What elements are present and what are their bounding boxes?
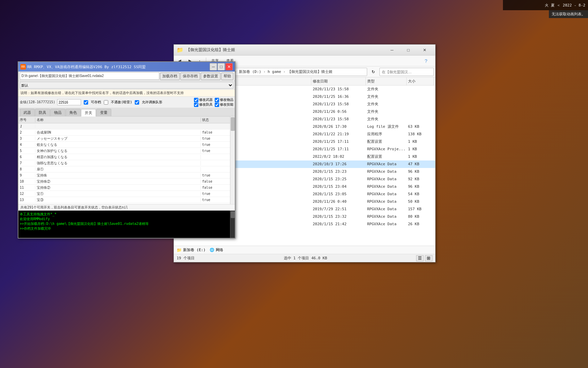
gold-input[interactable] — [57, 99, 81, 105]
explorer-close-button[interactable]: ✕ — [417, 45, 432, 55]
address-bar[interactable]: 此电脑 › 新加卷 (D:) › h game › 【御光盟国汉化组】骑士姬 — [219, 68, 367, 76]
editor-list-row[interactable]: 11 宝持殊② false — [18, 185, 235, 191]
editor-list-row[interactable]: 14 宝④ true — [18, 203, 235, 204]
save-save-button[interactable]: 保存存档 — [180, 73, 200, 80]
can-save-checkbox[interactable] — [84, 100, 88, 105]
editor-list-row[interactable]: 13 宝③ true — [18, 197, 235, 203]
modify-checkboxes-panel2: 修改物品 修改技能 — [215, 97, 233, 107]
editor-list-row[interactable]: 1 — [18, 123, 235, 129]
editor-list-row[interactable]: 10 宝持殊② false — [18, 179, 235, 185]
file-type-cell: 文件夹 — [366, 117, 407, 122]
editor-tab-武器[interactable]: 武器 — [20, 109, 35, 116]
switch-status: false — [201, 131, 235, 134]
file-type-cell: 应用程序 — [366, 132, 407, 137]
log-line: >>存档文件加载完毕 — [20, 226, 233, 231]
explorer-maximize-button[interactable]: □ — [401, 45, 416, 55]
switch-name: 強靱な意思なくなる — [35, 161, 201, 166]
editor-list-row[interactable]: 4 処女なくなる true — [18, 142, 235, 148]
no-encounter-checkbox[interactable] — [104, 100, 108, 105]
modify-checkboxes-panel: 修改武器 修改防具 — [194, 97, 213, 107]
switch-name: 宝① — [35, 191, 201, 196]
editor-close-button[interactable]: ✕ — [225, 63, 233, 71]
modify-items-checkbox[interactable] — [215, 98, 219, 102]
editor-tab-角色[interactable]: 角色 — [66, 109, 81, 116]
switch-name: 宝④ — [35, 204, 201, 204]
list-view-button[interactable]: ☰ — [416, 255, 424, 261]
editor-description: 说明：如果有游戏修改出错，请在此下拉菜单中找对应名字，有的话选中后再加载，没有的… — [18, 90, 235, 97]
explorer-minimize-button[interactable]: ─ — [384, 45, 400, 55]
view-toggle-buttons: ☰ ⊞ — [416, 255, 432, 261]
modify-armor-checkbox[interactable] — [194, 103, 198, 107]
switch-status: true — [201, 198, 235, 202]
file-type-cell: RPGVXAce Data — [366, 184, 407, 189]
editor-scrollbar[interactable] — [230, 117, 235, 204]
network-label[interactable]: 网络 — [216, 247, 223, 252]
drive-e[interactable]: 新加卷 (E:) — [183, 247, 206, 252]
scrollbar-thumb[interactable] — [231, 117, 235, 131]
log-line: 欢迎使用RMModify — [20, 217, 233, 221]
file-type-cell: 文件夹 — [366, 109, 407, 114]
log-line: >>开始加载存档:D:\h game\【御光盟国汉化组】骑士姬\Save01.r… — [20, 221, 233, 226]
col-size[interactable]: 大小 — [407, 77, 434, 85]
load-save-button[interactable]: 加载存档 — [160, 73, 180, 80]
file-modified-cell: 2020/1/15 23:04 — [311, 184, 366, 189]
editor-tab-开关[interactable]: 开关 — [81, 109, 96, 117]
nav-refresh2-button[interactable]: ↻ — [369, 67, 378, 76]
editor-list-row[interactable]: 5 女神の加护なくなる true — [18, 148, 235, 154]
switch-seq: 10 — [18, 180, 35, 183]
editor-tab-变量[interactable]: 变量 — [96, 109, 111, 116]
editor-titlebar: RR RR RMXP、VX、VA游戏存档通用编辑器V206 By zlf3125… — [18, 62, 235, 72]
editor-list-row[interactable]: 3 メッセージスキップ true — [18, 136, 235, 142]
col-modified[interactable]: 修改日期 — [311, 77, 366, 85]
file-type-cell: RPGVXAce Data — [366, 177, 407, 181]
switch-name: 精霊の加護なくなる — [35, 155, 201, 159]
log-scrollbar-thumb[interactable] — [231, 211, 235, 218]
file-size-cell: 50 KB — [407, 199, 434, 204]
editor-list-row[interactable]: 6 精霊の加護なくなる — [18, 154, 235, 160]
switch-name: メッセージスキップ — [35, 136, 201, 141]
search-input[interactable] — [379, 68, 434, 76]
allow-formation-checkbox[interactable] — [135, 100, 139, 105]
editor-path-input[interactable] — [20, 72, 159, 80]
editor-title: RR RMXP、VX、VA游戏存档通用编辑器V206 By zlf312512 … — [27, 64, 210, 70]
switch-status: true — [201, 137, 235, 140]
editor-list-row[interactable]: 12 宝① true — [18, 191, 235, 197]
editor-tab-防具[interactable]: 防具 — [35, 109, 50, 116]
editor-list-row[interactable]: 2 合成屋ON false — [18, 129, 235, 136]
grid-view-button[interactable]: ⊞ — [425, 255, 432, 261]
editor-tab-物品[interactable]: 物品 — [50, 109, 65, 116]
editor-minimize-button[interactable]: ─ — [210, 63, 217, 71]
explorer-help-button[interactable]: ? — [418, 56, 434, 66]
col-name: 名称 — [35, 118, 201, 122]
file-type-cell: 文件夹 — [366, 94, 407, 99]
editor-maximize-button[interactable]: □ — [217, 63, 225, 71]
editor-list-row[interactable]: 7 強靱な意思なくなる — [18, 160, 235, 166]
file-modified-cell: 2020/11/22 21:19 — [311, 132, 366, 136]
modify-armor-label: 修改防具 — [199, 102, 213, 107]
file-modified-cell: 2020/10/3 17:26 — [311, 162, 366, 166]
col-type[interactable]: 类型 — [366, 77, 407, 85]
file-type-cell: RPGVXAce Data — [366, 199, 407, 204]
modify-skills-checkbox[interactable] — [215, 103, 219, 107]
switch-seq: 13 — [18, 198, 35, 202]
col-seq: 序号 — [18, 118, 35, 122]
editor-list-row[interactable]: 8 扉① — [18, 166, 235, 172]
file-size-cell: 1 KB — [407, 154, 434, 159]
address-hgame: h game — [267, 70, 281, 74]
modify-skills-row: 修改技能 — [215, 102, 233, 107]
log-scrollbar[interactable] — [230, 211, 235, 238]
explorer-title: 【御光盟国汉化组】骑士姬 — [186, 47, 384, 53]
file-size-cell: 1 KB — [407, 139, 434, 144]
switch-name: 女神の加护なくなる — [35, 149, 201, 153]
switch-name: 合成屋ON — [35, 130, 201, 135]
editor-path-row — [20, 72, 159, 80]
settings-button[interactable]: 参数设置 — [201, 73, 220, 80]
modify-weapons-checkbox[interactable] — [194, 98, 198, 102]
editor-list-row[interactable]: 9 宝持殊 true — [18, 172, 235, 179]
status-selected: 选中 1 个项目 46.0 KB — [284, 256, 327, 261]
explorer-titlebar: 📁 【御光盟国汉化组】骑士姬 ─ □ ✕ — [174, 45, 435, 56]
default-dropdown[interactable]: 默认 — [20, 82, 233, 89]
editor-list-header: 序号 名称 状态 — [18, 117, 235, 123]
help-button[interactable]: 帮助 — [221, 73, 233, 80]
modify-armor-row: 修改防具 — [194, 102, 213, 107]
